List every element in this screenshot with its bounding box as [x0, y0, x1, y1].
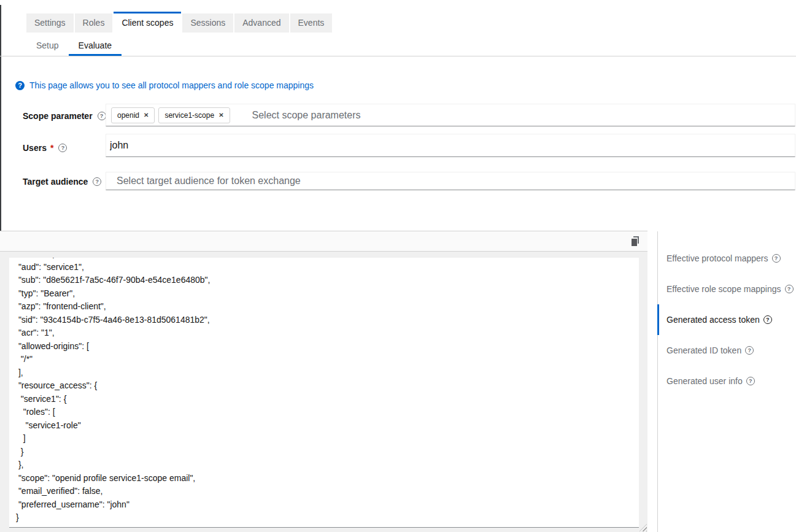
users-label-text: Users: [23, 143, 47, 153]
tab-events[interactable]: Events: [290, 13, 333, 33]
client-scopes-subtabs: Setup Evaluate: [26, 36, 122, 56]
effective-protocol-mappers-help-icon[interactable]: ?: [772, 254, 781, 263]
target-audience-help-icon[interactable]: ?: [93, 177, 101, 186]
subtab-setup[interactable]: Setup: [26, 36, 69, 54]
vtab-generated-access-token[interactable]: Generated access token ?: [657, 304, 796, 335]
generated-token-panel: "iss": "http://localhost:8180/realms/tes…: [0, 231, 647, 532]
scope-parameter-label: Scope parameter ?: [23, 111, 106, 121]
chip-service1-scope: service1-scope ✕: [158, 107, 230, 123]
help-icon: ?: [15, 81, 25, 90]
users-input[interactable]: [106, 134, 795, 156]
target-audience-label-text: Target audience: [23, 177, 88, 187]
vtab-generated-id-token[interactable]: Generated ID token ?: [657, 335, 796, 366]
vtab-label: Generated user info: [667, 376, 743, 386]
copy-button[interactable]: [630, 236, 640, 246]
code-body: "iss": "http://localhost:8180/realms/tes…: [0, 252, 647, 532]
tab-advanced[interactable]: Advanced: [234, 13, 288, 33]
scope-parameter-help-icon[interactable]: ?: [98, 112, 106, 120]
client-tabs: Settings Roles Client scopes Sessions Ad…: [26, 12, 332, 33]
result-type-tabs: Effective protocol mappers ? Effective r…: [657, 243, 796, 396]
chip-openid-remove-icon[interactable]: ✕: [144, 112, 149, 118]
scope-parameter-label-text: Scope parameter: [23, 111, 93, 121]
target-audience-select[interactable]: Select target audience for token exchang…: [106, 172, 795, 190]
chip-service1-scope-remove-icon[interactable]: ✕: [218, 112, 223, 118]
generated-id-token-help-icon[interactable]: ?: [745, 346, 754, 355]
subtab-evaluate[interactable]: Evaluate: [69, 36, 122, 56]
token-textarea[interactable]: "iss": "http://localhost:8180/realms/tes…: [9, 258, 639, 528]
tab-roles[interactable]: Roles: [75, 13, 113, 33]
client-scopes-evaluate-page: Settings Roles Client scopes Sessions Ad…: [0, 0, 796, 532]
vtab-effective-protocol-mappers[interactable]: Effective protocol mappers ?: [657, 243, 796, 274]
chip-service1-scope-label: service1-scope: [164, 111, 214, 120]
scope-parameter-placeholder: Select scope parameters: [252, 110, 361, 121]
users-label: Users * ?: [23, 143, 67, 153]
vtab-label: Effective role scope mappings: [667, 284, 781, 294]
tab-sessions[interactable]: Sessions: [182, 13, 233, 33]
scope-parameter-select[interactable]: openid ✕ service1-scope ✕ Select scope p…: [106, 104, 795, 126]
textarea-resize-grip[interactable]: [640, 524, 647, 531]
vtab-generated-user-info[interactable]: Generated user info ?: [657, 366, 796, 396]
code-toolbar: [0, 231, 647, 252]
users-help-icon[interactable]: ?: [58, 144, 67, 152]
generated-user-info-help-icon[interactable]: ?: [746, 377, 755, 385]
copy-icon: [631, 236, 640, 246]
generated-access-token-help-icon[interactable]: ?: [763, 315, 772, 324]
target-audience-label: Target audience ?: [23, 177, 101, 187]
chip-openid: openid ✕: [111, 107, 155, 123]
token-json-text: "iss": "http://localhost:8180/realms/tes…: [9, 258, 639, 525]
help-banner-text: This page allows you to see all protocol…: [29, 80, 314, 90]
page-help-banner: ? This page allows you to see all protoc…: [15, 80, 314, 90]
vtab-label: Generated ID token: [667, 345, 741, 355]
vtab-effective-role-scope-mappings[interactable]: Effective role scope mappings ?: [657, 274, 796, 304]
chip-openid-label: openid: [117, 111, 139, 120]
users-field: [106, 134, 795, 157]
vtab-label: Effective protocol mappers: [667, 253, 768, 263]
tab-settings[interactable]: Settings: [26, 13, 74, 33]
effective-role-scope-mappings-help-icon[interactable]: ?: [785, 285, 794, 293]
target-audience-placeholder: Select target audience for token exchang…: [117, 175, 301, 187]
tab-client-scopes[interactable]: Client scopes: [114, 12, 181, 33]
subtabs-divider: [0, 56, 796, 56]
vtab-label: Generated access token: [667, 315, 760, 325]
required-asterisk: *: [50, 145, 53, 151]
